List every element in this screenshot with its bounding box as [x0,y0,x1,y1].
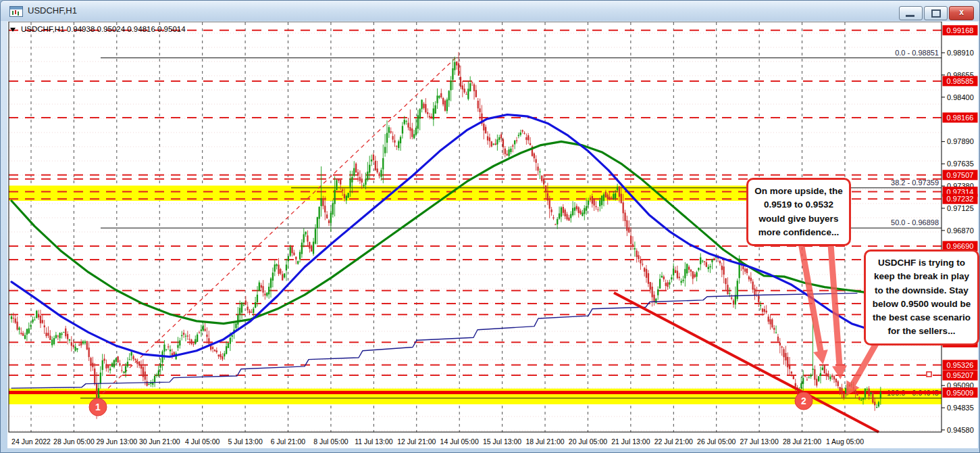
swing-marker-label: 1 [95,402,101,412]
y-axis-label: 0.98400 [947,93,974,101]
price-badge-label: 0.97232 [947,195,974,203]
x-axis-label: 11 Jul 13:00 [355,437,393,446]
y-axis-label: 0.97635 [947,160,974,168]
level-anchor-square[interactable] [927,372,931,377]
x-axis-label: 28 Jun 05:00 [53,437,95,446]
x-axis-label: 14 Jul 05:00 [440,437,479,446]
close-button[interactable]: x [949,6,974,20]
y-axis-label: 0.97125 [947,204,974,212]
x-axis-label: 20 Jul 05:00 [569,437,607,446]
x-axis-label: 5 Jul 13:00 [228,437,263,446]
swing-marker-label: 2 [801,396,806,406]
window-title: USDCHF,H1 [28,5,77,16]
x-axis-label: 4 Jul 05:00 [185,437,220,446]
price-badge-label: 0.97507 [947,171,974,179]
window-controls: x [898,6,974,20]
minimize-icon [906,15,914,17]
x-axis-label: 8 Jul 05:00 [313,437,349,446]
close-icon: x [950,7,973,17]
x-axis-label: 28 Jul 21:00 [783,437,821,446]
y-axis-label: 0.94835 [947,404,974,412]
fib-label: 38.2 - 0.97359 [891,178,939,187]
mt4-chart-window: USDCHF,H1 x 0.0 - 0.9885138.2 - 0.973595… [0,0,980,453]
ohlc-info-line: USDCHF,H1 0.94938 0.95024 0.94816 0.9501… [21,25,186,33]
maximize-button[interactable] [924,6,948,20]
x-axis-label: 26 Jul 05:00 [697,437,736,446]
x-axis-label: 12 Jul 21:00 [397,437,436,446]
swing-marker-2[interactable]: 2 [795,392,813,410]
x-axis-label: 18 Jul 21:00 [525,437,564,446]
price-badge-label: 0.98166 [947,114,974,122]
x-axis-label: 22 Jul 21:00 [654,437,693,446]
price-badge-label: 0.98585 [947,77,974,85]
annotation-downside-note[interactable]: USDCHF is trying to keep the break in pl… [864,249,979,345]
x-axis-label: 30 Jun 21:00 [139,437,180,446]
x-axis-label: 29 Jun 13:00 [96,437,137,446]
maximize-icon [931,9,941,18]
price-badge-label: 0.95009 [947,389,974,397]
x-axis-label: 21 Jul 13:00 [611,437,650,446]
swing-marker-1[interactable]: 1 [89,398,107,416]
price-badge-label: 0.99168 [947,26,974,34]
price-badge-label: 0.95326 [947,361,974,369]
chart-window-icon [9,6,23,17]
x-axis-label: 27 Jul 13:00 [740,437,779,446]
x-axis-label: 15 Jul 13:00 [483,437,521,446]
price-badge-label: 0.95207 [947,371,974,379]
fib-label: 50.0 - 0.96898 [891,218,939,226]
x-axis-label: 6 Jul 21:00 [271,437,306,446]
fib-label: 0.0 - 0.98851 [895,49,939,57]
annotation-upside-note[interactable]: On more upside, the 0.9519 to 0.9532 wou… [746,178,851,246]
x-axis-label: 1 Aug 05:00 [826,437,864,446]
y-axis-label: 0.94580 [947,426,974,434]
minimize-button[interactable] [899,6,923,20]
y-axis-label: 0.96870 [947,226,974,235]
window-titlebar[interactable]: USDCHF,H1 x [1,1,979,21]
chart-area: 0.0 - 0.9885138.2 - 0.9735950.0 - 0.9689… [7,22,978,448]
y-axis-label: 0.98910 [947,49,974,57]
x-axis-label: 24 Jun 2022 [11,437,51,446]
y-axis-label: 0.97890 [947,137,974,145]
